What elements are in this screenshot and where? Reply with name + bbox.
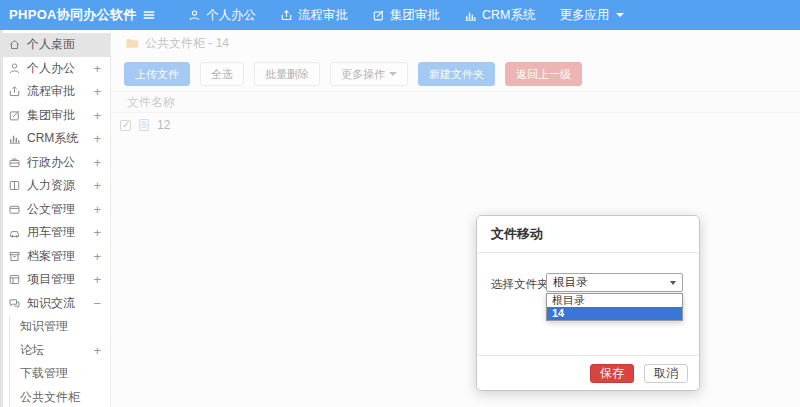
home-icon (8, 38, 22, 52)
dialog-body: 选择文件夹 根目录 根目录 14 (477, 253, 699, 321)
upload-file-button[interactable]: 上传文件 (124, 62, 190, 86)
sidebar-item-project-mgmt[interactable]: 项目管理 + (0, 268, 110, 292)
top-bar: PHPOA协同办公软件 个人办公 流程审批 集团审批 (0, 0, 800, 30)
process-icon (280, 9, 293, 22)
app-logo: PHPOA协同办公软件 (0, 6, 128, 24)
nav-personal-office[interactable]: 个人办公 (176, 0, 268, 30)
sidebar-item-vehicle-mgmt[interactable]: 用车管理 + (0, 221, 110, 245)
sidebar-item-label: 人力资源 (27, 177, 75, 194)
selected-folder-value: 根目录 (553, 275, 588, 290)
nav-label: 集团审批 (390, 7, 440, 24)
sidebar-subitem-download-mgmt[interactable]: 下载管理 (0, 362, 110, 386)
sidebar-item-label: 个人办公 (27, 60, 75, 77)
sidebar-item-personal-office[interactable]: 个人办公 + (0, 57, 110, 81)
chat-icon (8, 296, 22, 310)
expand-indicator[interactable]: + (93, 344, 101, 357)
process-icon (8, 85, 22, 99)
nav-label: 更多应用 (559, 7, 609, 24)
knowledge-submenu: 知识管理 论坛 + 下载管理 公共文件柜 (0, 315, 110, 407)
sidebar-item-label: 行政办公 (27, 154, 75, 171)
save-button[interactable]: 保存 (590, 364, 634, 383)
toolbar: 上传文件 全选 批量删除 更多操作 新建文件夹 返回上一级 (112, 56, 800, 91)
cancel-button[interactable]: 取消 (644, 364, 688, 383)
sidebar-item-document-mgmt[interactable]: 公文管理 + (0, 198, 110, 222)
more-actions-button[interactable]: 更多操作 (330, 62, 408, 86)
more-actions-label: 更多操作 (341, 67, 385, 82)
nav-more-apps[interactable]: 更多应用 (547, 0, 636, 30)
back-up-level-button[interactable]: 返回上一级 (505, 62, 582, 86)
dialog-footer: 保存 取消 (477, 355, 699, 390)
sidebar-subitem-label: 公共文件柜 (20, 389, 80, 406)
caret-down-icon (389, 72, 397, 76)
select-all-button[interactable]: 全选 (200, 62, 244, 86)
sidebar-item-group-approval[interactable]: 集团审批 + (0, 104, 110, 128)
expand-indicator[interactable]: + (93, 85, 101, 98)
file-name: 12 (157, 118, 170, 132)
chart-icon (8, 132, 22, 146)
sidebar-subitem-label: 下载管理 (20, 365, 68, 382)
briefcase-icon (8, 155, 22, 169)
collapse-indicator[interactable]: − (93, 297, 101, 310)
expand-indicator[interactable]: + (93, 273, 101, 286)
user-icon (188, 9, 201, 22)
hamburger-menu-icon[interactable] (138, 4, 160, 26)
sidebar-subitem-label: 知识管理 (20, 318, 68, 335)
archive-icon (8, 249, 22, 263)
file-table-header: 文件名称 (112, 91, 800, 113)
sidebar-item-label: 公文管理 (27, 201, 75, 218)
sidebar-item-label: 档案管理 (27, 248, 75, 265)
expand-indicator[interactable]: + (93, 132, 101, 145)
sidebar-item-hr[interactable]: 人力资源 + (0, 174, 110, 198)
folder-option-14[interactable]: 14 (547, 307, 682, 320)
folder-icon (125, 37, 139, 49)
expand-indicator[interactable]: + (93, 62, 101, 75)
document-folder-icon (8, 202, 22, 216)
expand-indicator[interactable]: + (93, 203, 101, 216)
nav-group-approval[interactable]: 集团审批 (360, 0, 452, 30)
select-folder-label: 选择文件夹 (491, 273, 546, 321)
expand-indicator[interactable]: + (93, 109, 101, 122)
car-icon (8, 226, 22, 240)
edit-icon (372, 9, 385, 22)
edit-icon (8, 108, 22, 122)
sidebar-item-knowledge-exchange[interactable]: 知识交流 − (0, 292, 110, 316)
file-checkbox[interactable] (120, 120, 131, 131)
sidebar-item-label: 个人桌面 (27, 36, 75, 53)
sidebar: 个人桌面 个人办公 + 流程审批 + 集团审 (0, 30, 111, 407)
project-icon (8, 273, 22, 287)
sidebar-item-label: CRM系统 (27, 130, 78, 147)
folder-options-list: 根目录 14 (546, 293, 683, 321)
sidebar-item-label: 集团审批 (27, 107, 75, 124)
folder-option-root[interactable]: 根目录 (547, 294, 682, 307)
nav-crm-system[interactable]: CRM系统 (452, 0, 547, 30)
sidebar-item-crm[interactable]: CRM系统 + (0, 127, 110, 151)
sidebar-item-personal-desktop[interactable]: 个人桌面 (0, 33, 110, 57)
expand-indicator[interactable]: + (93, 156, 101, 169)
sidebar-item-label: 流程审批 (27, 83, 75, 100)
file-icon (138, 118, 150, 132)
breadcrumb: 公共文件柜 - 14 (112, 30, 800, 56)
dialog-title: 文件移动 (477, 216, 699, 253)
sidebar-subitem-public-file-cabinet[interactable]: 公共文件柜 (0, 386, 110, 407)
file-move-dialog: 文件移动 选择文件夹 根目录 根目录 14 保存 取消 (476, 215, 700, 391)
nav-process-approval[interactable]: 流程审批 (268, 0, 360, 30)
top-nav: 个人办公 流程审批 集团审批 CRM系统 更多应用 (176, 0, 636, 30)
sidebar-item-process-approval[interactable]: 流程审批 + (0, 80, 110, 104)
expand-indicator[interactable]: + (93, 250, 101, 263)
sidebar-item-admin-office[interactable]: 行政办公 + (0, 151, 110, 175)
sidebar-item-label: 用车管理 (27, 224, 75, 241)
expand-indicator[interactable]: + (93, 226, 101, 239)
sidebar-item-label: 项目管理 (27, 271, 75, 288)
new-folder-button[interactable]: 新建文件夹 (418, 62, 495, 86)
user-icon (8, 61, 22, 75)
nav-label: CRM系统 (482, 7, 535, 24)
folder-select-box[interactable]: 根目录 (546, 273, 683, 292)
sidebar-subitem-forum[interactable]: 论坛 + (0, 339, 110, 363)
sidebar-item-archive-mgmt[interactable]: 档案管理 + (0, 245, 110, 269)
batch-delete-button[interactable]: 批量删除 (254, 62, 320, 86)
expand-indicator[interactable]: + (93, 179, 101, 192)
file-row[interactable]: 12 (112, 113, 800, 137)
sidebar-subitem-knowledge-mgmt[interactable]: 知识管理 (0, 315, 110, 339)
app-window: PHPOA协同办公软件 个人办公 流程审批 集团审批 (0, 0, 800, 407)
book-icon (8, 179, 22, 193)
